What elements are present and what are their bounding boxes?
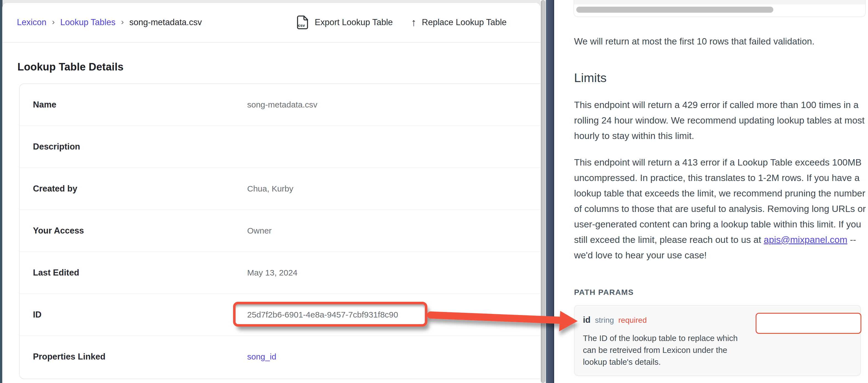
- row-label: Created by: [20, 184, 234, 194]
- detail-row-properties-linked: Properties Linked song_id: [20, 336, 540, 378]
- detail-row-your-access: Your Access Owner: [20, 209, 540, 251]
- param-description: The ID of the lookup table to replace wh…: [583, 332, 749, 368]
- detail-row-description: Description: [20, 126, 540, 168]
- paragraph-text: This endpoint will return a 413 error if…: [574, 157, 866, 245]
- breadcrumb-current-file: song-metadata.csv: [129, 18, 202, 27]
- svg-text:csv: csv: [298, 23, 305, 28]
- row-value: Owner: [234, 226, 272, 236]
- detail-row-last-edited: Last Edited May 13, 2024: [20, 251, 540, 293]
- chevron-right-icon: ›: [52, 17, 55, 27]
- code-block-bottom: [574, 0, 866, 17]
- replace-lookup-table-button[interactable]: ↑ Replace Lookup Table: [411, 17, 506, 28]
- export-lookup-table-label: Export Lookup Table: [315, 18, 393, 27]
- code-block-band: [574, 0, 865, 4]
- detail-row-name: Name song-metadata.csv: [20, 84, 540, 126]
- breadcrumb-lexicon-link[interactable]: Lexicon: [17, 18, 46, 27]
- horizontal-scrollbar-thumb[interactable]: [576, 7, 773, 13]
- row-value: Chua, Kurby: [234, 184, 293, 194]
- left-window-vertical-scrollbar[interactable]: [540, 0, 546, 383]
- row-label: Your Access: [20, 226, 234, 236]
- breadcrumb-lookup-tables-link[interactable]: Lookup Tables: [60, 18, 116, 27]
- limits-paragraph-2: This endpoint will return a 413 error if…: [574, 155, 866, 263]
- limits-paragraph-1: This endpoint will return a 429 error if…: [574, 97, 866, 144]
- path-params-section-label: PATH PARAMS: [574, 287, 634, 297]
- export-lookup-table-button[interactable]: csv Export Lookup Table: [297, 15, 393, 30]
- row-label: Last Edited: [20, 268, 234, 278]
- header-actions: csv Export Lookup Table ↑ Replace Lookup…: [297, 3, 506, 42]
- upload-arrow-icon: ↑: [411, 17, 416, 28]
- id-highlight-annotation-box: [233, 302, 427, 327]
- detail-row-created-by: Created by Chua, Kurby: [20, 168, 540, 209]
- csv-file-icon: csv: [297, 15, 309, 30]
- panel-divider: [546, 0, 554, 383]
- limits-heading: Limits: [574, 70, 607, 86]
- param-type: string: [595, 316, 614, 325]
- page-title: Lookup Table Details: [18, 61, 123, 73]
- row-label: Properties Linked: [20, 352, 234, 362]
- apis-mixpanel-email-link[interactable]: apis@mixpanel.com: [764, 235, 847, 245]
- lexicon-header: Lexicon › Lookup Tables › song-metadata.…: [2, 3, 540, 42]
- scrollbar-thumb[interactable]: [541, 0, 545, 383]
- replace-lookup-table-label: Replace Lookup Table: [422, 18, 506, 27]
- docs-intro-text: We will return at most the first 10 rows…: [574, 35, 865, 47]
- row-label: ID: [20, 310, 234, 320]
- param-name: id: [583, 315, 591, 325]
- breadcrumb: Lexicon › Lookup Tables › song-metadata.…: [17, 3, 202, 42]
- row-value: song-metadata.csv: [234, 100, 317, 109]
- param-header: id string required: [583, 315, 647, 325]
- chevron-right-icon: ›: [121, 17, 124, 27]
- song-id-property-link[interactable]: song_id: [234, 352, 276, 361]
- row-label: Name: [20, 100, 234, 110]
- app-sidebar-edge: [0, 0, 2, 383]
- param-required-badge: required: [618, 316, 647, 325]
- param-id-input[interactable]: [755, 313, 861, 334]
- path-param-card: id string required The ID of the lookup …: [574, 305, 861, 376]
- screen: Lexicon › Lookup Tables › song-metadata.…: [0, 0, 868, 383]
- row-label: Description: [20, 142, 234, 152]
- api-docs-panel: We will return at most the first 10 rows…: [554, 0, 868, 383]
- lookup-table-details-card: Name song-metadata.csv Description Creat…: [19, 83, 540, 379]
- row-value: May 13, 2024: [234, 268, 298, 277]
